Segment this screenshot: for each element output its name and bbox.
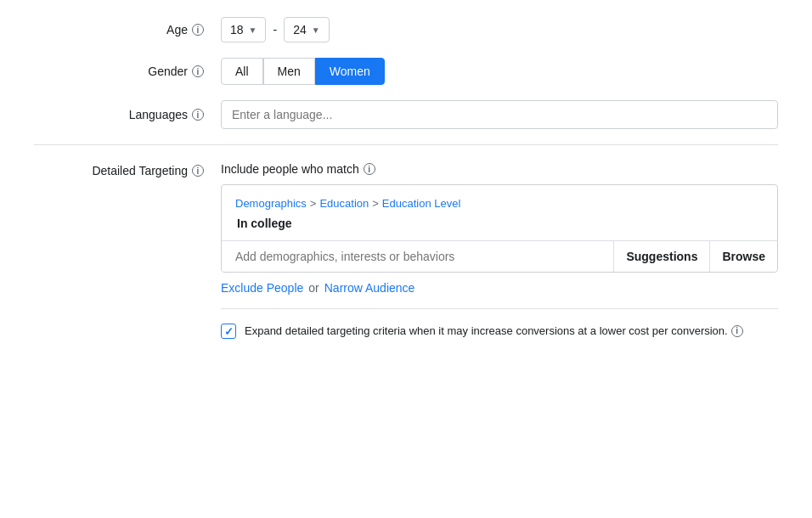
exclude-people-link[interactable]: Exclude People: [221, 281, 303, 295]
breadcrumb-education-level[interactable]: Education Level: [382, 197, 461, 210]
expand-text-content: Expand detailed targeting criteria when …: [245, 323, 728, 340]
age-controls: 18 ▼ - 24 ▼: [221, 17, 778, 42]
gender-women-button[interactable]: Women: [315, 58, 385, 85]
age-max-select[interactable]: 24 ▼: [284, 17, 329, 42]
expand-info-icon[interactable]: i: [731, 325, 743, 337]
targeting-tag: In college: [237, 217, 764, 230]
or-text: or: [308, 281, 319, 295]
breadcrumb-sep-1: >: [310, 197, 317, 210]
language-input[interactable]: [221, 100, 778, 129]
gender-button-group: All Men Women: [221, 58, 778, 85]
age-label: Age i: [34, 23, 221, 37]
targeting-search-area: Suggestions Browse: [222, 241, 777, 272]
exclude-narrow-row: Exclude People or Narrow Audience: [221, 281, 778, 295]
narrow-audience-link[interactable]: Narrow Audience: [324, 281, 415, 295]
detailed-targeting-row: Detailed Targeting i Include people who …: [34, 162, 778, 340]
breadcrumb-demographics[interactable]: Demographics: [235, 197, 307, 210]
gender-info-icon[interactable]: i: [192, 65, 204, 77]
age-min-arrow: ▼: [249, 25, 257, 35]
expand-text: Expand detailed targeting criteria when …: [245, 323, 743, 340]
expand-criteria-row: ✓ Expand detailed targeting criteria whe…: [221, 308, 778, 340]
languages-info-icon[interactable]: i: [192, 109, 204, 121]
suggestions-button[interactable]: Suggestions: [614, 241, 709, 272]
age-label-text: Age: [166, 23, 188, 37]
gender-controls: All Men Women: [221, 58, 778, 85]
gender-row: Gender i All Men Women: [34, 58, 778, 85]
breadcrumb-sep-2: >: [372, 197, 379, 210]
age-dash: -: [273, 23, 277, 37]
gender-label-text: Gender: [148, 65, 188, 78]
include-label: Include people who match i: [221, 162, 778, 176]
breadcrumb-links: Demographics > Education > Education Lev…: [235, 197, 764, 210]
age-info-icon[interactable]: i: [192, 24, 204, 36]
age-max-value: 24: [293, 23, 307, 37]
targeting-breadcrumb-area: Demographics > Education > Education Lev…: [222, 185, 777, 241]
gender-all-button[interactable]: All: [221, 58, 263, 85]
browse-button[interactable]: Browse: [709, 241, 777, 272]
targeting-search-input[interactable]: [222, 241, 613, 272]
breadcrumb-education[interactable]: Education: [319, 197, 369, 210]
include-info-icon[interactable]: i: [364, 163, 375, 175]
age-max-arrow: ▼: [312, 25, 320, 35]
gender-label: Gender i: [34, 65, 221, 78]
languages-label: Languages i: [34, 108, 221, 121]
section-divider: [34, 144, 778, 145]
age-min-value: 18: [230, 23, 244, 37]
age-min-select[interactable]: 18 ▼: [221, 17, 266, 42]
gender-men-button[interactable]: Men: [263, 58, 315, 85]
languages-control: [221, 100, 778, 129]
check-mark: ✓: [224, 326, 234, 337]
age-row: Age i 18 ▼ - 24 ▼: [34, 17, 778, 42]
targeting-content: Include people who match i Demographics …: [221, 162, 778, 340]
languages-row: Languages i: [34, 100, 778, 129]
expand-checkbox[interactable]: ✓: [221, 324, 236, 339]
targeting-box: Demographics > Education > Education Lev…: [221, 184, 778, 273]
detailed-targeting-label-text: Detailed Targeting: [92, 164, 188, 177]
detailed-targeting-info-icon[interactable]: i: [192, 165, 204, 177]
include-label-text: Include people who match: [221, 162, 359, 176]
detailed-targeting-label: Detailed Targeting i: [34, 162, 221, 177]
languages-label-text: Languages: [129, 108, 188, 121]
